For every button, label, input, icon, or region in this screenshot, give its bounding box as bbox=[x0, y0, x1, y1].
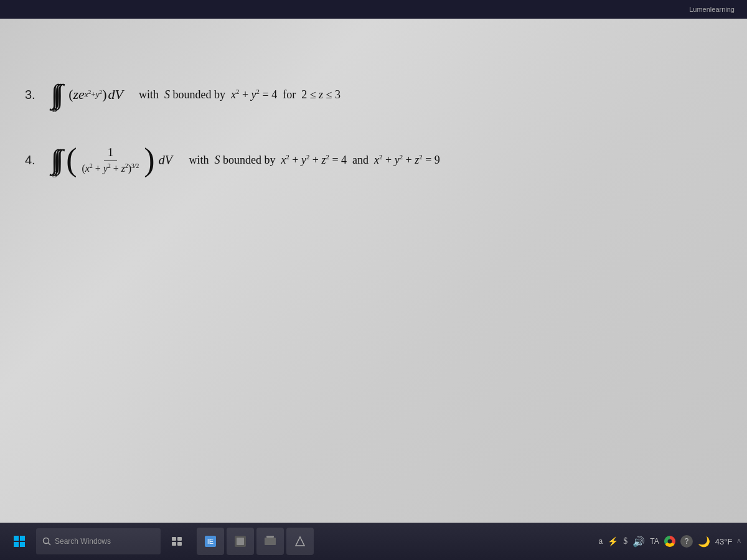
svg-rect-7 bbox=[177, 537, 182, 541]
svg-marker-16 bbox=[296, 537, 304, 546]
taskbar-left: Search Windows bbox=[6, 528, 190, 554]
start-button[interactable] bbox=[6, 528, 32, 554]
chevron-up-icon[interactable]: ^ bbox=[737, 537, 741, 546]
temperature-display: 43°F bbox=[715, 537, 733, 546]
problem-4-fraction-group: ( 1 (x2 + y2 + z2)3/2 ) bbox=[66, 146, 154, 175]
tray-icon-3: 🔊 bbox=[632, 536, 645, 548]
taskbar-app-1[interactable]: IE bbox=[197, 528, 224, 555]
document-area: 3. ∫∫∫ S (zex2+y2)dV with S bounded by x… bbox=[0, 19, 747, 523]
exponent-3: x2+y2 bbox=[85, 89, 102, 100]
open-paren-4: ( bbox=[66, 146, 77, 175]
moon-icon[interactable]: 🌙 bbox=[698, 536, 710, 548]
problem-3-row: 3. ∫∫∫ S (zex2+y2)dV with S bounded by x… bbox=[25, 81, 722, 108]
site-name: Lumenlearning bbox=[689, 6, 735, 13]
svg-rect-9 bbox=[177, 542, 182, 546]
problem-4-number: 4. bbox=[25, 153, 44, 167]
svg-rect-14 bbox=[265, 538, 276, 545]
taskbar-right: a ⚡ $ 🔊 TA ? 🌙 43°F ^ bbox=[599, 535, 741, 548]
app-3-icon bbox=[263, 534, 277, 548]
tray-icon-2: $ bbox=[623, 536, 627, 546]
tray-letter-a: a bbox=[599, 537, 603, 546]
problem-4-integral: ∫∫∫ S bbox=[51, 146, 59, 174]
fraction-numerator-4: 1 bbox=[104, 146, 117, 161]
tray-circle-icon[interactable] bbox=[664, 536, 675, 547]
search-placeholder: Search Windows bbox=[55, 537, 111, 546]
search-button[interactable]: Search Windows bbox=[36, 528, 161, 554]
s-subscript-3: S bbox=[52, 104, 57, 114]
svg-text:IE: IE bbox=[207, 538, 214, 545]
problem-4-condition: with S bounded by x2 + y2 + z2 = 4 and x… bbox=[186, 153, 440, 167]
problem-3-condition: with S bounded by x2 + y2 = 4 for 2 ≤ z … bbox=[133, 88, 341, 101]
taskbar-apps: IE bbox=[197, 528, 314, 555]
s-subscript-4: S bbox=[52, 169, 57, 180]
problem-3-number: 3. bbox=[25, 88, 44, 102]
help-icon[interactable]: ? bbox=[680, 535, 693, 548]
app-4-icon bbox=[293, 534, 307, 548]
z-var: ze bbox=[73, 86, 85, 103]
task-view-icon bbox=[172, 537, 183, 546]
problems-container: 3. ∫∫∫ S (zex2+y2)dV with S bounded by x… bbox=[25, 81, 722, 175]
taskbar-app-3[interactable] bbox=[256, 528, 284, 555]
taskbar-app-2[interactable] bbox=[227, 528, 254, 555]
problem-4-row: 4. ∫∫∫ S ( 1 (x2 + y2 + z2)3/2 ) dV with… bbox=[25, 146, 722, 175]
svg-rect-2 bbox=[14, 542, 19, 547]
windows-icon bbox=[13, 535, 26, 548]
svg-rect-0 bbox=[14, 536, 19, 541]
tray-ta: TA bbox=[650, 537, 659, 546]
tray-icon-1: ⚡ bbox=[608, 536, 618, 547]
integrand-open-paren: ( bbox=[68, 86, 73, 103]
top-bar: Lumenlearning bbox=[0, 0, 747, 19]
taskbar: Search Windows IE bbox=[0, 523, 747, 560]
svg-rect-13 bbox=[237, 538, 244, 545]
dv-4: dV bbox=[159, 153, 172, 167]
search-taskbar-icon bbox=[42, 537, 51, 546]
fraction-4: 1 (x2 + y2 + z2)3/2 bbox=[80, 146, 142, 174]
close-paren-4: ) bbox=[144, 146, 154, 175]
svg-point-4 bbox=[44, 538, 49, 544]
task-view-button[interactable] bbox=[164, 528, 190, 554]
svg-rect-3 bbox=[20, 542, 25, 547]
fraction-denominator-4: (x2 + y2 + z2)3/2 bbox=[80, 161, 142, 174]
app-2-icon bbox=[233, 534, 247, 548]
svg-line-5 bbox=[49, 543, 51, 546]
problem-3-integral: ∫∫∫ S bbox=[51, 81, 59, 108]
svg-rect-15 bbox=[266, 536, 274, 538]
question-mark: ? bbox=[684, 537, 688, 546]
integrand-close: ) bbox=[102, 86, 106, 103]
svg-rect-1 bbox=[20, 536, 25, 541]
app-1-icon: IE bbox=[204, 534, 217, 548]
svg-rect-8 bbox=[172, 542, 176, 546]
dv-3: dV bbox=[108, 86, 123, 103]
taskbar-app-4[interactable] bbox=[286, 528, 314, 555]
svg-rect-6 bbox=[172, 537, 176, 541]
problem-3-integrand: (zex2+y2)dV bbox=[68, 86, 123, 103]
